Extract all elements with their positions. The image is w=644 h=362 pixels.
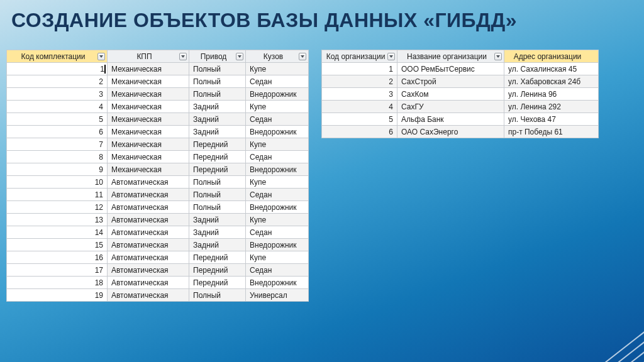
cell-gearbox[interactable]: Автоматическая	[108, 239, 189, 251]
cell-drive[interactable]: Задний	[189, 214, 246, 226]
cell-org-code[interactable]: 6	[322, 126, 397, 138]
cell-org-address[interactable]: ул. Ленина 96	[504, 88, 599, 101]
cell-body[interactable]: Седан	[246, 226, 309, 239]
cell-drive[interactable]: Задний	[189, 239, 246, 251]
cell-drive[interactable]: Передний	[189, 277, 246, 289]
dropdown-icon[interactable]	[494, 53, 502, 60]
cell-org-name[interactable]: Альфа Банк	[397, 113, 504, 126]
cell-drive[interactable]: Задний	[189, 126, 246, 138]
cell-body[interactable]: Внедорожник	[246, 163, 309, 176]
cell-config-code[interactable]: 19	[7, 289, 108, 302]
table-row[interactable]: 8МеханическаяПереднийСедан	[7, 151, 309, 163]
cell-body[interactable]: Седан	[246, 113, 309, 126]
table-row[interactable]: 4МеханическаяЗаднийКупе	[7, 101, 309, 113]
cell-drive[interactable]: Полный	[189, 63, 246, 75]
cell-config-code[interactable]: 5	[7, 113, 108, 126]
cell-config-code[interactable]: 1	[7, 63, 108, 75]
cell-org-name[interactable]: СахКом	[397, 88, 504, 101]
table-row[interactable]: 5МеханическаяЗаднийСедан	[7, 113, 309, 126]
dropdown-icon[interactable]	[236, 53, 243, 60]
cell-body[interactable]: Купе	[246, 251, 309, 264]
cell-config-code[interactable]: 13	[7, 214, 108, 226]
cell-config-code[interactable]: 4	[7, 101, 108, 113]
cell-drive[interactable]: Передний	[189, 163, 246, 176]
table-row[interactable]: 9МеханическаяПереднийВнедорожник	[7, 163, 309, 176]
col-gearbox[interactable]: КПП	[108, 50, 189, 63]
cell-config-code[interactable]: 15	[7, 239, 108, 251]
cell-gearbox[interactable]: Автоматическая	[108, 277, 189, 289]
cell-gearbox[interactable]: Механическая	[108, 163, 189, 176]
cell-config-code[interactable]: 9	[7, 163, 108, 176]
cell-body[interactable]: Внедорожник	[246, 277, 309, 289]
cell-gearbox[interactable]: Механическая	[108, 63, 189, 75]
col-org-name[interactable]: Название организации	[397, 50, 504, 63]
cell-org-name[interactable]: СахГУ	[397, 101, 504, 113]
cell-org-address[interactable]: пр-т Победы 61	[504, 126, 599, 138]
cell-body[interactable]: Седан	[246, 264, 309, 277]
table-row[interactable]: 18АвтоматическаяПереднийВнедорожник	[7, 277, 309, 289]
cell-drive[interactable]: Полный	[189, 176, 246, 189]
cell-org-code[interactable]: 3	[322, 88, 397, 101]
table-row[interactable]: 10АвтоматическаяПолныйКупе	[7, 176, 309, 189]
cell-org-address[interactable]: ул. Хабаровская 24б	[504, 75, 599, 88]
table-row[interactable]: 2МеханическаяПолныйСедан	[7, 75, 309, 88]
cell-config-code[interactable]: 7	[7, 138, 108, 151]
table-row[interactable]: 1МеханическаяПолныйКупе	[7, 63, 309, 75]
cell-body[interactable]: Внедорожник	[246, 126, 309, 138]
cell-drive[interactable]: Задний	[189, 226, 246, 239]
cell-gearbox[interactable]: Механическая	[108, 151, 189, 163]
table-row[interactable]: 17АвтоматическаяПереднийСедан	[7, 264, 309, 277]
cell-org-name[interactable]: СахСтрой	[397, 75, 504, 88]
cell-drive[interactable]: Полный	[189, 289, 246, 302]
cell-drive[interactable]: Передний	[189, 138, 246, 151]
cell-gearbox[interactable]: Автоматическая	[108, 251, 189, 264]
cell-org-code[interactable]: 4	[322, 101, 397, 113]
cell-gearbox[interactable]: Механическая	[108, 75, 189, 88]
table-row[interactable]: 15АвтоматическаяЗаднийВнедорожник	[7, 239, 309, 251]
cell-body[interactable]: Купе	[246, 214, 309, 226]
cell-drive[interactable]: Передний	[189, 264, 246, 277]
cell-gearbox[interactable]: Механическая	[108, 138, 189, 151]
table-row[interactable]: 3СахКомул. Ленина 96	[322, 88, 599, 101]
cell-body[interactable]: Купе	[246, 138, 309, 151]
cell-config-code[interactable]: 17	[7, 264, 108, 277]
col-config-code[interactable]: Код комплектации	[7, 50, 108, 63]
cell-gearbox[interactable]: Автоматическая	[108, 264, 189, 277]
cell-gearbox[interactable]: Автоматическая	[108, 176, 189, 189]
table-row[interactable]: 14АвтоматическаяЗаднийСедан	[7, 226, 309, 239]
cell-config-code[interactable]: 2	[7, 75, 108, 88]
cell-body[interactable]: Внедорожник	[246, 201, 309, 214]
cell-body[interactable]: Седан	[246, 75, 309, 88]
cell-org-address[interactable]: ул. Ленина 292	[504, 101, 599, 113]
cell-config-code[interactable]: 6	[7, 126, 108, 138]
cell-gearbox[interactable]: Автоматическая	[108, 189, 189, 201]
table-row[interactable]: 16АвтоматическаяПереднийКупе	[7, 251, 309, 264]
cell-body[interactable]: Седан	[246, 151, 309, 163]
col-drive[interactable]: Привод	[189, 50, 246, 63]
cell-drive[interactable]: Полный	[189, 88, 246, 101]
cell-body[interactable]: Универсал	[246, 289, 309, 302]
table-row[interactable]: 4СахГУул. Ленина 292	[322, 101, 599, 113]
table-row[interactable]: 5Альфа Банкул. Чехова 47	[322, 113, 599, 126]
cell-gearbox[interactable]: Механическая	[108, 101, 189, 113]
table-row[interactable]: 6ОАО СахЭнергопр-т Победы 61	[322, 126, 599, 138]
table-row[interactable]: 7МеханическаяПереднийКупе	[7, 138, 309, 151]
cell-body[interactable]: Внедорожник	[246, 239, 309, 251]
cell-gearbox[interactable]: Автоматическая	[108, 201, 189, 214]
cell-gearbox[interactable]: Автоматическая	[108, 289, 189, 302]
cell-config-code[interactable]: 8	[7, 151, 108, 163]
table-row[interactable]: 2СахСтройул. Хабаровская 24б	[322, 75, 599, 88]
cell-org-name[interactable]: ООО РемБытСервис	[397, 63, 504, 75]
table-row[interactable]: 19АвтоматическаяПолныйУниверсал	[7, 289, 309, 302]
table-row[interactable]: 1ООО РемБытСервисул. Сахалинская 45	[322, 63, 599, 75]
cell-drive[interactable]: Задний	[189, 113, 246, 126]
cell-body[interactable]: Седан	[246, 189, 309, 201]
cell-config-code[interactable]: 10	[7, 176, 108, 189]
cell-config-code[interactable]: 3	[7, 88, 108, 101]
cell-org-code[interactable]: 2	[322, 75, 397, 88]
col-org-code[interactable]: Код организации	[322, 50, 397, 63]
cell-gearbox[interactable]: Автоматическая	[108, 214, 189, 226]
cell-gearbox[interactable]: Механическая	[108, 88, 189, 101]
cell-drive[interactable]: Передний	[189, 251, 246, 264]
dropdown-icon[interactable]	[179, 53, 187, 60]
